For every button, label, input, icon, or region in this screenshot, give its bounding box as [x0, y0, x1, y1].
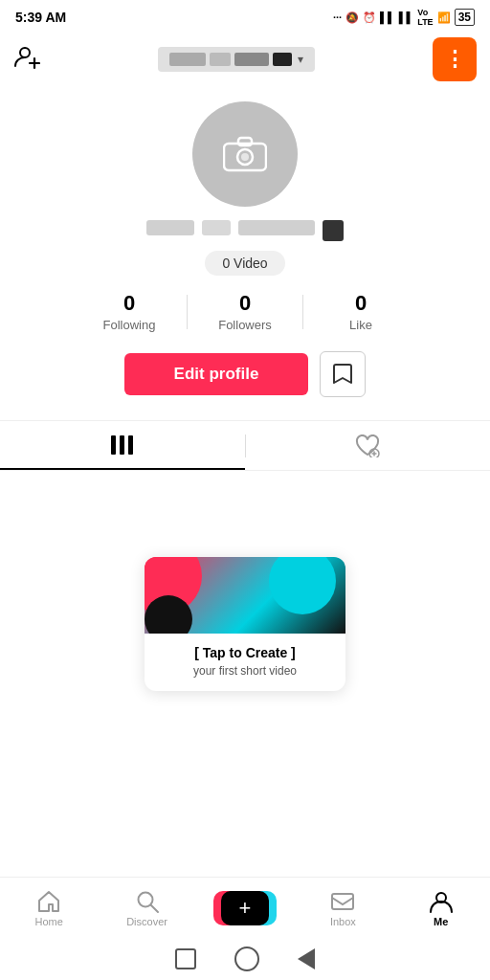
following-label: Following	[103, 318, 156, 332]
tab-grid[interactable]	[0, 421, 245, 470]
tab-liked[interactable]	[246, 421, 491, 470]
grid-icon	[110, 434, 135, 456]
top-nav: ▾ ⋮	[0, 34, 490, 84]
followers-label: Followers	[218, 318, 272, 332]
username-selector[interactable]: ▾	[158, 47, 315, 72]
action-row: Edit profile	[124, 351, 367, 397]
add-user-button[interactable]	[13, 43, 40, 77]
nav-home-button[interactable]	[234, 947, 259, 971]
svg-rect-8	[120, 435, 124, 455]
status-bar: 5:39 AM ··· 🔕 ⏰ ▌▌ ▌▌ VoLTE 📶 35	[0, 0, 490, 34]
svg-point-0	[20, 48, 30, 57]
nav-me-label: Me	[434, 916, 448, 927]
followers-count: 0	[239, 291, 251, 316]
battery-icon: 35	[455, 9, 475, 26]
vertical-dots-icon: ⋮	[444, 47, 466, 72]
search-icon	[135, 889, 160, 914]
profile-icon	[429, 889, 454, 914]
inbox-icon	[330, 889, 355, 914]
heart-tag-icon	[355, 434, 380, 457]
nav-me[interactable]: Me	[411, 889, 472, 927]
alarm-icon: ⏰	[363, 11, 376, 24]
nav-inbox-label: Inbox	[330, 916, 356, 927]
nav-discover[interactable]: Discover	[117, 889, 178, 927]
svg-point-13	[138, 892, 152, 906]
nav-create[interactable]: +	[214, 891, 276, 925]
stat-following[interactable]: 0 Following	[72, 291, 187, 332]
name-block-4	[323, 220, 344, 241]
mute-icon: 🔕	[345, 11, 359, 24]
nav-discover-label: Discover	[126, 916, 167, 927]
edit-profile-button[interactable]: Edit profile	[124, 353, 309, 395]
home-indicator-bar	[0, 938, 490, 980]
camera-icon	[223, 136, 267, 172]
ublock-2	[210, 53, 231, 66]
signal-bars2: ▌▌	[399, 11, 414, 23]
create-card[interactable]: [ Tap to Create ] your first short video	[145, 557, 345, 691]
nav-inbox[interactable]: Inbox	[312, 889, 373, 927]
nav-back-button[interactable]	[298, 948, 315, 969]
plus-inner: +	[221, 891, 269, 925]
nav-square-button[interactable]	[175, 948, 196, 969]
ublock-4	[273, 53, 292, 66]
likes-label: Like	[349, 318, 372, 332]
bookmark-icon	[332, 363, 353, 386]
nav-home-label: Home	[35, 916, 63, 927]
status-time: 5:39 AM	[15, 10, 66, 25]
svg-rect-5	[238, 138, 252, 145]
status-icons: ··· 🔕 ⏰ ▌▌ ▌▌ VoLTE 📶 35	[333, 8, 475, 27]
more-options-button[interactable]: ⋮	[433, 37, 477, 81]
stat-likes[interactable]: 0 Like	[303, 291, 418, 332]
plus-icon: +	[239, 896, 252, 921]
svg-line-14	[151, 905, 158, 912]
name-placeholder	[146, 220, 344, 241]
blob-2	[269, 557, 336, 614]
bookmark-button[interactable]	[320, 351, 366, 397]
svg-rect-15	[332, 894, 353, 909]
following-count: 0	[123, 291, 135, 316]
video-badge: 0 Video	[205, 251, 284, 276]
tab-row	[0, 421, 490, 471]
wifi-icon: 📶	[437, 11, 451, 24]
name-block-2	[202, 220, 231, 235]
create-card-main-text: [ Tap to Create ]	[154, 645, 336, 660]
avatar[interactable]	[192, 101, 298, 207]
stats-row: 0 Following 0 Followers 0 Like	[0, 291, 490, 332]
ublock-1	[169, 53, 206, 66]
create-card-text: [ Tap to Create ] your first short video	[145, 634, 345, 691]
svg-point-6	[241, 153, 249, 161]
stat-followers[interactable]: 0 Followers	[188, 291, 302, 332]
svg-rect-7	[111, 435, 116, 455]
svg-rect-9	[128, 435, 133, 455]
username-blocks	[169, 53, 292, 66]
chevron-down-icon: ▾	[298, 53, 303, 66]
signal-bars: ▌▌	[380, 11, 395, 23]
home-icon	[36, 889, 61, 914]
name-block-1	[146, 220, 194, 235]
create-card-sub-text: your first short video	[154, 664, 336, 678]
name-block-3	[238, 220, 315, 235]
create-button[interactable]: +	[221, 891, 269, 925]
create-card-art	[145, 557, 345, 634]
nav-home[interactable]: Home	[18, 889, 79, 927]
signal-dots: ···	[333, 11, 342, 23]
bottom-nav: Home Discover + Inbox Me	[0, 877, 490, 938]
volte-label: VoLTE	[417, 8, 433, 27]
profile-section: 0 Video 0 Following 0 Followers 0 Like E…	[0, 84, 490, 420]
content-area: [ Tap to Create ] your first short video	[0, 471, 490, 720]
likes-count: 0	[355, 291, 367, 316]
ublock-3	[234, 53, 269, 66]
